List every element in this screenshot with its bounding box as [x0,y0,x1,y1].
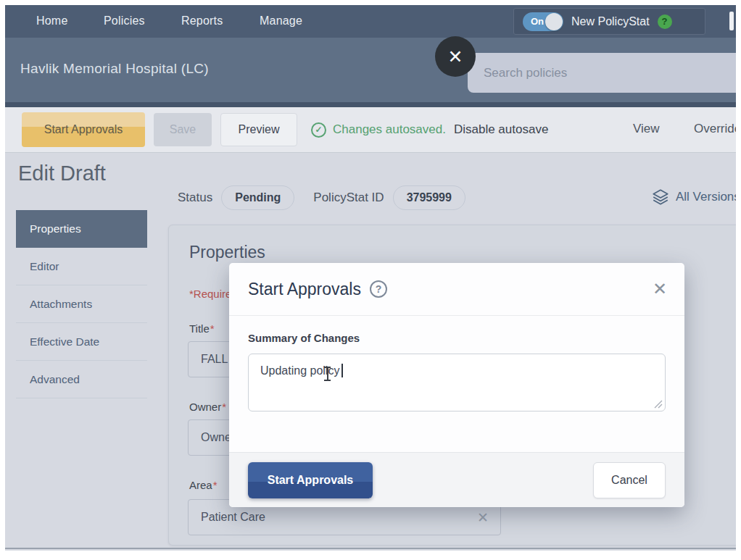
preview-button[interactable]: Preview [220,113,297,146]
modal-footer: Start Approvals Cancel [229,452,684,507]
status-label: Status [178,191,212,205]
new-policystat-toggle-panel: On New PolicyStat ? [513,8,705,35]
resize-handle-icon[interactable] [654,400,663,409]
properties-heading: Properties [189,243,265,262]
new-policystat-label: New PolicyStat [571,15,650,28]
nav-reports[interactable]: Reports [181,14,223,28]
modal-close-icon[interactable]: ✕ [653,280,667,298]
sidebar-item-effective-date[interactable]: Effective Date [16,323,147,361]
policystat-id-badge: 3795999 [393,185,465,210]
save-button: Save [154,113,212,146]
required-asterisk: * [222,401,226,413]
top-nav: Home Policies Reports Manage On New Poli… [5,5,736,38]
summary-of-changes-label: Summary of Changes [248,332,666,344]
all-versions-link[interactable]: All Versions [651,188,736,206]
header-divider [5,102,736,107]
layers-icon [651,188,670,206]
toggle-on-label: On [531,16,544,27]
clipped-nav-item [729,12,734,30]
nav-policies[interactable]: Policies [104,14,145,28]
area-label: Area* [189,479,218,491]
new-policystat-toggle[interactable]: On [523,12,563,31]
required-asterisk: * [210,322,215,335]
draft-sidebar: Properties Editor Attachments Effective … [16,210,147,398]
title-value: FALL [201,353,228,366]
override-link[interactable]: Override [694,122,736,136]
org-title: Havlik Memorial Hospital (LC) [20,61,209,77]
status-badge: Pending [221,185,294,210]
page-title: Edit Draft [18,162,106,185]
draft-toolbar: Start Approvals Save Preview ✓ Changes a… [5,107,736,153]
app-window: Home Policies Reports Manage On New Poli… [5,5,736,551]
start-approvals-modal: Start Approvals ? ✕ Summary of Changes U… [229,263,684,507]
nav-home[interactable]: Home [36,14,67,28]
help-icon[interactable]: ? [658,14,672,29]
check-icon: ✓ [311,122,326,138]
search-input[interactable] [468,53,736,93]
policystat-id-label: PolicyStat ID [313,191,384,205]
modal-cancel-button[interactable]: Cancel [593,462,666,498]
autosave-status-group: ✓ Changes autosaved. Disable autosave [311,107,548,152]
close-icon: ✕ [448,48,463,66]
sidebar-item-editor[interactable]: Editor [16,248,147,285]
close-overlay-button[interactable]: ✕ [435,36,476,77]
all-versions-label: All Versions [676,190,736,204]
modal-header: Start Approvals ? ✕ [229,263,684,316]
text-caret [341,364,343,377]
area-value: Patient Care [201,511,265,524]
nav-manage[interactable]: Manage [260,14,302,28]
view-link[interactable]: View [633,122,660,136]
modal-body: Summary of Changes Updating policy [229,316,684,411]
title-label: Title* [189,322,215,335]
modal-start-approvals-button[interactable]: Start Approvals [248,462,373,498]
area-label-text: Area [189,479,212,491]
autosave-status-text: Changes autosaved. [333,122,446,137]
sidebar-item-advanced[interactable]: Advanced [16,361,147,398]
org-header-band: Havlik Memorial Hospital (LC) [5,38,736,102]
sidebar-item-properties[interactable]: Properties [16,210,147,248]
owner-label: Owner* [189,401,226,413]
modal-help-icon[interactable]: ? [370,280,387,298]
page-bottom-border [5,548,736,549]
modal-title: Start Approvals [248,280,361,299]
title-label-text: Title [189,322,210,335]
owner-label-text: Owner [189,401,221,413]
start-approvals-toolbar-button[interactable]: Start Approvals [22,112,145,147]
disable-autosave-link[interactable]: Disable autosave [454,122,548,137]
summary-textarea[interactable]: Updating policy [248,354,666,411]
status-bar: Status Pending PolicyStat ID 3795999 [178,183,465,212]
sidebar-item-attachments[interactable]: Attachments [16,285,147,323]
toggle-knob [545,13,563,30]
clear-area-icon[interactable]: ✕ [477,509,489,526]
ibeam-cursor-icon [324,367,331,381]
required-asterisk: * [213,479,218,491]
